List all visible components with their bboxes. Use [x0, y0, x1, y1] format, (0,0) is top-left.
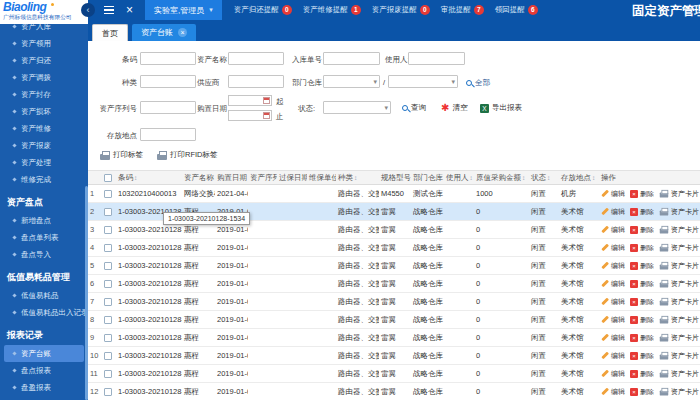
user-input[interactable]	[408, 52, 465, 65]
编辑-action-button[interactable]: 编辑	[601, 207, 625, 217]
row-checkbox[interactable]	[104, 226, 112, 234]
asset-name-input[interactable]	[228, 52, 284, 65]
sort-icon[interactable]: ↕	[547, 174, 550, 181]
sidebar-item-低值易耗品出入记录[interactable]: 低值易耗品出入记录	[0, 304, 88, 321]
删除-action-button[interactable]: ×删除	[630, 297, 654, 307]
tab-asset-ledger[interactable]: 资产台账 ×	[132, 24, 196, 41]
notification-link[interactable]: 领回提醒6	[495, 5, 538, 15]
header-status[interactable]: 状态↕	[529, 171, 559, 185]
row-checkbox[interactable]	[104, 388, 112, 396]
sidebar-item-盘点报表[interactable]: 盘点报表	[0, 362, 88, 379]
sort-icon[interactable]: ↕	[592, 174, 595, 181]
sort-icon[interactable]: ↕	[134, 174, 137, 181]
notification-link[interactable]: 资产维修提醒1	[303, 5, 361, 15]
warehouse-select[interactable]	[388, 75, 458, 88]
inbound-no-input[interactable]	[323, 52, 380, 65]
资产卡片-action-button[interactable]: 资产卡片	[659, 261, 699, 271]
export-report-button[interactable]: X 导出报表	[480, 103, 522, 113]
header-vendor[interactable]: 维保单位↕	[307, 171, 336, 185]
header-expire[interactable]: 过保日期↕	[277, 171, 307, 185]
资产卡片-action-button[interactable]: 资产卡片	[659, 387, 699, 397]
资产卡片-action-button[interactable]: 资产卡片	[659, 225, 699, 235]
header-date[interactable]: 购置日期↕	[215, 171, 248, 185]
calendar-icon[interactable]	[263, 97, 270, 104]
删除-action-button[interactable]: ×删除	[630, 207, 654, 217]
purchase-date-from-input[interactable]	[228, 95, 272, 106]
notification-link[interactable]: 审批提醒7	[441, 5, 484, 15]
row-checkbox[interactable]	[104, 334, 112, 342]
资产卡片-action-button[interactable]: 资产卡片	[659, 351, 699, 361]
资产卡片-action-button[interactable]: 资产卡片	[659, 189, 699, 199]
删除-action-button[interactable]: ×删除	[630, 315, 654, 325]
status-select[interactable]	[323, 101, 391, 114]
header-model[interactable]: 规格型号↕	[379, 171, 411, 185]
menu-toggle-icon[interactable]	[104, 6, 114, 15]
header-amount[interactable]: 原值采购金额↕	[474, 171, 529, 185]
资产卡片-action-button[interactable]: 资产卡片	[659, 333, 699, 343]
location-input[interactable]	[140, 128, 196, 141]
删除-action-button[interactable]: ×删除	[630, 243, 654, 253]
sidebar-item-资产调拨[interactable]: 资产调拨	[0, 69, 88, 86]
资产卡片-action-button[interactable]: 资产卡片	[659, 315, 699, 325]
dept-select[interactable]	[323, 75, 380, 88]
close-icon[interactable]: ×	[126, 5, 133, 15]
select-all-checkbox[interactable]	[104, 174, 112, 182]
user-dropdown[interactable]: 实验室,管理员 ▾	[145, 0, 222, 20]
编辑-action-button[interactable]: 编辑	[601, 333, 625, 343]
删除-action-button[interactable]: ×删除	[630, 261, 654, 271]
资产卡片-action-button[interactable]: 资产卡片	[659, 297, 699, 307]
header-category[interactable]: 种类↕	[336, 171, 379, 185]
sidebar-item-维修完成[interactable]: 维修完成	[0, 171, 88, 188]
sidebar-item-低值易耗品[interactable]: 低值易耗品	[0, 287, 88, 304]
row-checkbox[interactable]	[104, 370, 112, 378]
sidebar-item-盘盈报表[interactable]: 盘盈报表	[0, 379, 88, 396]
header-location[interactable]: 存放地点↕	[559, 171, 599, 185]
编辑-action-button[interactable]: 编辑	[601, 315, 625, 325]
sidebar-item-资产损坏[interactable]: 资产损坏	[0, 103, 88, 120]
sort-icon[interactable]: ↕	[354, 174, 357, 181]
资产卡片-action-button[interactable]: 资产卡片	[659, 279, 699, 289]
notification-link[interactable]: 资产归还提醒0	[234, 5, 292, 15]
删除-action-button[interactable]: ×删除	[630, 369, 654, 379]
删除-action-button[interactable]: ×删除	[630, 279, 654, 289]
编辑-action-button[interactable]: 编辑	[601, 351, 625, 361]
row-checkbox[interactable]	[104, 244, 112, 252]
print-rfid-label-button[interactable]: 打印RFID标签	[157, 150, 218, 160]
资产卡片-action-button[interactable]: 资产卡片	[659, 369, 699, 379]
supplier-input[interactable]	[228, 75, 284, 88]
query-button[interactable]: 查询	[402, 103, 426, 113]
print-label-button[interactable]: 打印标签	[100, 150, 143, 160]
删除-action-button[interactable]: ×删除	[630, 333, 654, 343]
clear-button[interactable]: ✱ 清空	[441, 103, 467, 113]
编辑-action-button[interactable]: 编辑	[601, 387, 625, 397]
sidebar-item-资产处理[interactable]: 资产处理	[0, 154, 88, 171]
purchase-date-to-input[interactable]	[228, 110, 272, 121]
row-checkbox[interactable]	[104, 280, 112, 288]
sidebar-item-资产维修[interactable]: 资产维修	[0, 120, 88, 137]
sidebar-item-盘点单列表[interactable]: 盘点单列表	[0, 229, 88, 246]
资产卡片-action-button[interactable]: 资产卡片	[659, 243, 699, 253]
sidebar-item-资产领用[interactable]: 资产领用	[0, 35, 88, 52]
header-warehouse[interactable]: 部门仓库↕	[411, 171, 444, 185]
notification-link[interactable]: 资产报废提醒0	[372, 5, 430, 15]
collapse-sidebar-button[interactable]: ‹	[81, 3, 95, 17]
编辑-action-button[interactable]: 编辑	[601, 279, 625, 289]
sort-icon[interactable]: ↕	[470, 174, 473, 181]
calendar-icon[interactable]	[263, 112, 270, 119]
row-checkbox[interactable]	[104, 208, 112, 216]
serial-input[interactable]	[140, 101, 196, 114]
sidebar-item-资产台账[interactable]: 资产台账	[4, 345, 84, 362]
sidebar-item-资产归还[interactable]: 资产归还	[0, 52, 88, 69]
row-checkbox[interactable]	[104, 262, 112, 270]
编辑-action-button[interactable]: 编辑	[601, 243, 625, 253]
row-checkbox[interactable]	[104, 190, 112, 198]
删除-action-button[interactable]: ×删除	[630, 351, 654, 361]
删除-action-button[interactable]: ×删除	[630, 189, 654, 199]
barcode-input[interactable]	[140, 52, 196, 65]
category-input[interactable]	[140, 75, 196, 88]
search-all-button[interactable]: 全部	[466, 78, 490, 88]
sidebar-item-资产封存[interactable]: 资产封存	[0, 86, 88, 103]
编辑-action-button[interactable]: 编辑	[601, 369, 625, 379]
编辑-action-button[interactable]: 编辑	[601, 297, 625, 307]
row-checkbox[interactable]	[104, 298, 112, 306]
